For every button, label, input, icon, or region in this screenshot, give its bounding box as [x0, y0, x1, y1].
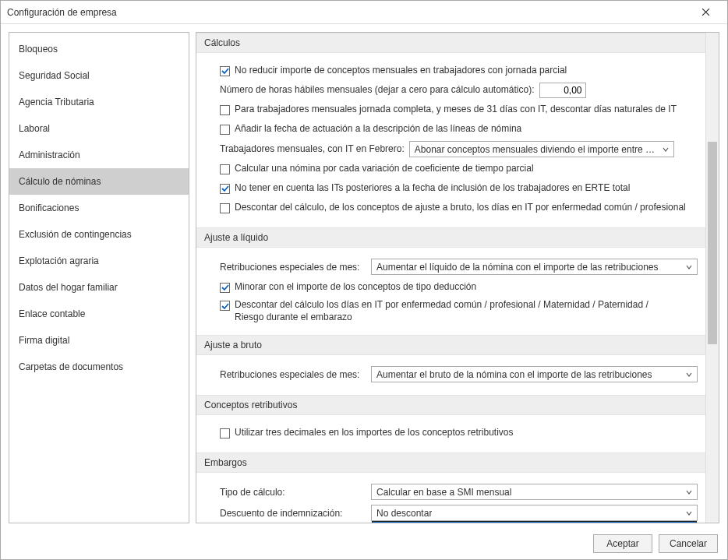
sidebar-item-seguridad-social[interactable]: Seguridad Social	[9, 62, 189, 89]
accept-button[interactable]: Aceptar	[593, 534, 652, 553]
checkbox-no-reducir[interactable]	[220, 66, 230, 76]
sidebar-item-label: Exclusión de contingencias	[19, 229, 132, 240]
dialog-body: Bloqueos Seguridad Social Agencia Tribut…	[1, 24, 727, 528]
config-window: Configuración de empresa Bloqueos Seguri…	[0, 0, 728, 560]
label-horas-habiles: Número de horas hábiles mensuales (dejar…	[220, 84, 535, 97]
sidebar-item-label: Firma digital	[19, 335, 69, 346]
label-no-tener-its: No tener en cuenta las ITs posteriores a…	[235, 182, 630, 195]
label-descontar-dias: Descontar del cálculo los días en IT por…	[235, 299, 656, 323]
label-tres-decimales: Utilizar tres decimales en los importes …	[235, 427, 513, 439]
sidebar-item-carpetas-documentos[interactable]: Carpetas de documentos	[9, 354, 189, 380]
sidebar-item-firma-digital[interactable]: Firma digital	[9, 327, 189, 354]
titlebar: Configuración de empresa	[1, 1, 727, 24]
sidebar-item-label: Agencia Tributaria	[19, 97, 94, 107]
chevron-down-icon	[683, 487, 695, 498]
input-horas-habiles[interactable]	[539, 83, 586, 98]
sidebar-item-label: Carpetas de documentos	[19, 361, 123, 372]
sidebar: Bloqueos Seguridad Social Agencia Tribut…	[9, 32, 189, 523]
label-minorar: Minorar con el importe de los conceptos …	[235, 281, 476, 294]
checkbox-descontar-dias[interactable]	[220, 301, 230, 311]
chevron-down-icon	[683, 508, 695, 519]
sidebar-item-label: Datos del hogar familiar	[19, 282, 118, 293]
sidebar-item-calculo-nominas[interactable]: Cálculo de nóminas	[9, 168, 189, 195]
dialog-footer: Aceptar Cancelar	[1, 528, 727, 559]
checkbox-minorar[interactable]	[220, 283, 230, 293]
label-retribuciones-liquido: Retribuciones especiales de mes:	[220, 262, 362, 273]
sidebar-item-label: Administración	[19, 150, 80, 160]
section-body-ajuste-bruto: Retribuciones especiales de mes: Aumenta…	[196, 355, 705, 395]
select-descuento-value: No descontar	[376, 508, 432, 519]
checkbox-tres-decimales[interactable]	[220, 428, 230, 438]
select-retribuciones-liquido[interactable]: Aumentar el líquido de la nómina con el …	[371, 259, 698, 275]
label-descontar-calculo: Descontar del cálculo, de los conceptos …	[235, 202, 686, 214]
sidebar-item-bloqueos[interactable]: Bloqueos	[9, 36, 189, 62]
select-tipo-calculo[interactable]: Calcular en base a SMI mensual	[371, 484, 698, 500]
accept-button-label: Aceptar	[606, 538, 638, 549]
section-header-embargos: Embargos	[196, 453, 705, 473]
label-anadir-fecha: Añadir la fecha de actuación a la descri…	[235, 123, 521, 136]
sidebar-item-administracion[interactable]: Administración	[9, 142, 189, 168]
sidebar-item-label: Laboral	[19, 123, 50, 134]
checkbox-descontar-calculo[interactable]	[220, 203, 230, 213]
section-body-embargos: Tipo de cálculo: Calcular en base a SMI …	[196, 473, 705, 523]
window-title: Configuración de empresa	[7, 7, 117, 18]
sidebar-item-label: Enlace contable	[19, 308, 85, 319]
select-it-febrero-value: Abonar conceptos mensuales diviendo el i…	[415, 144, 659, 155]
section-header-conceptos: Conceptos retributivos	[196, 395, 705, 415]
checkbox-no-tener-its[interactable]	[220, 184, 230, 194]
sidebar-item-agencia-tributaria[interactable]: Agencia Tributaria	[9, 89, 189, 115]
select-it-febrero[interactable]: Abonar conceptos mensuales diviendo el i…	[409, 141, 674, 157]
select-retribuciones-liquido-value: Aumentar el líquido de la nómina con el …	[376, 262, 659, 273]
chevron-down-icon	[683, 262, 695, 273]
section-body-calculos: No reducir importe de conceptos mensuale…	[196, 53, 705, 227]
sidebar-item-label: Cálculo de nóminas	[19, 176, 101, 187]
sidebar-item-label: Explotación agraria	[19, 255, 99, 266]
content-panel: Cálculos No reducir importe de conceptos…	[196, 33, 705, 523]
section-header-ajuste-liquido: Ajuste a líquido	[196, 227, 705, 248]
section-body-conceptos: Utilizar tres decimales en los importes …	[196, 415, 705, 453]
sidebar-item-enlace-contable[interactable]: Enlace contable	[9, 301, 189, 327]
label-it-febrero: Trabajadores mensuales, con IT en Febrer…	[220, 143, 405, 156]
cancel-button-label: Cancelar	[670, 538, 707, 549]
label-retribuciones-bruto: Retribuciones especiales de mes:	[220, 369, 362, 380]
select-descuento-indemnizacion[interactable]: No descontar No descontar Descontar apli…	[371, 505, 698, 521]
select-tipo-calculo-value: Calcular en base a SMI mensual	[376, 487, 511, 498]
label-para-trabajadores: Para trabajadores mensuales jornada comp…	[235, 104, 677, 116]
sidebar-item-datos-hogar[interactable]: Datos del hogar familiar	[9, 274, 189, 301]
sidebar-item-label: Bonificaciones	[19, 203, 79, 213]
label-no-reducir: No reducir importe de conceptos mensuale…	[235, 65, 567, 77]
content-wrap: Cálculos No reducir importe de conceptos…	[196, 32, 719, 523]
sidebar-item-exclusion-contingencias[interactable]: Exclusión de contingencias	[9, 221, 189, 248]
dropdown-list-descuento: No descontar Descontar aplicando escala …	[372, 521, 697, 523]
cancel-button[interactable]: Cancelar	[659, 534, 718, 553]
sidebar-item-bonificaciones[interactable]: Bonificaciones	[9, 195, 189, 221]
sidebar-item-laboral[interactable]: Laboral	[9, 115, 189, 142]
checkbox-para-trabajadores[interactable]	[220, 105, 230, 115]
label-calcular-variacion: Calcular una nómina por cada variación d…	[235, 163, 534, 175]
close-icon	[701, 8, 710, 16]
section-header-ajuste-bruto: Ajuste a bruto	[196, 335, 705, 355]
section-header-calculos: Cálculos	[196, 33, 705, 53]
chevron-down-icon	[659, 144, 672, 155]
checkbox-anadir-fecha[interactable]	[220, 125, 230, 135]
scrollbar-thumb[interactable]	[708, 142, 717, 344]
select-retribuciones-bruto[interactable]: Aumentar el bruto de la nómina con el im…	[371, 366, 698, 382]
vertical-scrollbar[interactable]	[705, 33, 719, 523]
sidebar-item-label: Bloqueos	[19, 44, 58, 55]
checkbox-calcular-variacion[interactable]	[220, 164, 230, 174]
section-body-ajuste-liquido: Retribuciones especiales de mes: Aumenta…	[196, 248, 705, 335]
chevron-down-icon	[683, 369, 695, 380]
select-retribuciones-bruto-value: Aumentar el bruto de la nómina con el im…	[376, 369, 652, 380]
close-button[interactable]	[690, 3, 721, 22]
dropdown-option[interactable]: No descontar	[373, 522, 696, 523]
sidebar-item-label: Seguridad Social	[19, 70, 90, 81]
label-tipo-calculo: Tipo de cálculo:	[220, 487, 362, 498]
sidebar-item-explotacion-agraria[interactable]: Explotación agraria	[9, 248, 189, 274]
label-descuento-indemnizacion: Descuento de indemnización:	[220, 508, 362, 519]
